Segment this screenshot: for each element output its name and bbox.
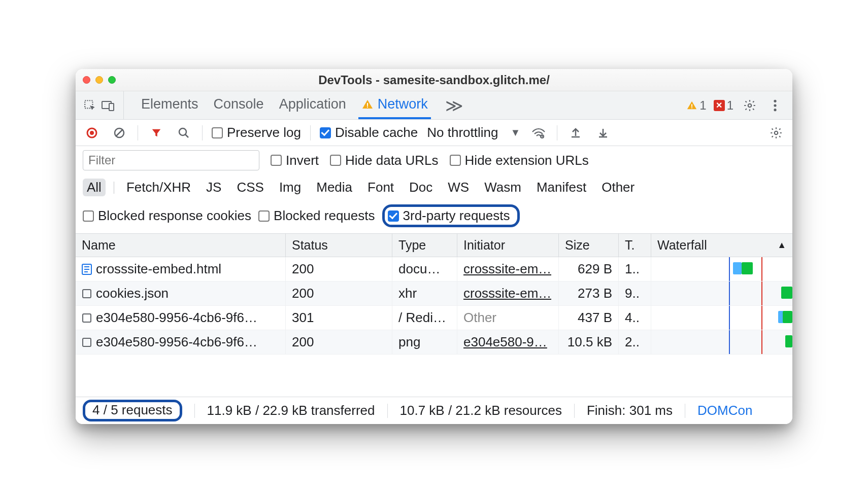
search-icon[interactable] — [175, 124, 193, 142]
cell-waterfall — [651, 306, 792, 330]
divider — [557, 125, 557, 140]
chip-css[interactable]: CSS — [232, 179, 268, 196]
svg-rect-6 — [691, 107, 692, 108]
cell-status: 200 — [286, 281, 392, 305]
resource-icon — [82, 289, 92, 299]
chip-manifest[interactable]: Manifest — [532, 179, 590, 196]
hide-extension-urls-checkbox[interactable]: Hide extension URLs — [450, 153, 589, 168]
chip-media[interactable]: Media — [312, 179, 356, 196]
document-icon — [82, 264, 92, 275]
cell-status: 200 — [286, 257, 392, 281]
chip-all[interactable]: All — [83, 179, 106, 196]
cell-initiator[interactable]: crosssite-em… — [457, 281, 559, 305]
col-time[interactable]: T. — [619, 234, 651, 257]
col-waterfall-label: Waterfall — [657, 238, 707, 253]
svg-rect-24 — [83, 314, 91, 322]
table-row[interactable]: crosssite-embed.html200docu…crosssite-em… — [76, 257, 792, 281]
hide-data-urls-checkbox[interactable]: Hide data URLs — [330, 153, 439, 168]
cell-size: 629 B — [559, 257, 619, 281]
invert-label: Invert — [286, 153, 319, 168]
kebab-menu-icon[interactable] — [766, 96, 784, 115]
filter-input[interactable] — [83, 150, 259, 170]
svg-point-7 — [748, 103, 752, 107]
chip-other[interactable]: Other — [597, 179, 639, 196]
filter-icon[interactable] — [147, 124, 165, 142]
window-controls — [83, 76, 116, 84]
col-status[interactable]: Status — [286, 234, 392, 257]
svg-point-12 — [90, 131, 94, 135]
name-text: e304e580-9956-4cb6-9f6… — [96, 310, 257, 326]
col-waterfall[interactable]: Waterfall ▲ — [651, 234, 792, 257]
minimize-window-button[interactable] — [95, 76, 103, 84]
requests-count-highlight: 4 / 5 requests — [83, 400, 182, 421]
cell-waterfall — [651, 281, 792, 305]
cell-type: / Redi… — [392, 306, 457, 330]
cell-status: 200 — [286, 330, 392, 354]
blocked-cookies-label: Blocked response cookies — [98, 208, 251, 224]
devtools-window: DevTools - samesite-sandbox.glitch.me/ E… — [76, 69, 792, 424]
cell-type: xhr — [392, 281, 457, 305]
cell-name: e304e580-9956-4cb6-9f6… — [76, 330, 286, 354]
svg-point-9 — [774, 104, 776, 107]
issues-error-count[interactable]: ✕ 1 — [714, 98, 733, 113]
third-party-highlight: 3rd-party requests — [382, 204, 520, 227]
checkbox-icon — [212, 127, 223, 138]
network-settings-icon[interactable] — [767, 124, 785, 142]
clear-button[interactable] — [110, 124, 128, 142]
domcontentloaded-link[interactable]: DOMCon — [697, 403, 752, 418]
chip-fetch[interactable]: Fetch/XHR — [122, 179, 195, 196]
network-table: Name Status Type Initiator Size T. Water… — [76, 234, 792, 397]
zoom-window-button[interactable] — [108, 76, 116, 84]
svg-rect-2 — [109, 103, 114, 111]
col-initiator[interactable]: Initiator — [457, 234, 559, 257]
export-har-icon[interactable] — [566, 124, 585, 142]
col-name[interactable]: Name — [76, 234, 286, 257]
settings-icon[interactable] — [741, 96, 759, 115]
issues-warning-count[interactable]: 1 — [686, 98, 706, 113]
cell-status: 301 — [286, 306, 392, 330]
chip-js[interactable]: JS — [202, 179, 225, 196]
table-row[interactable]: e304e580-9956-4cb6-9f6…301/ Redi…Other43… — [76, 306, 792, 330]
tab-network-label: Network — [378, 96, 428, 112]
chip-ws[interactable]: WS — [444, 179, 473, 196]
close-window-button[interactable] — [83, 76, 90, 84]
checkbox-checked-icon — [388, 210, 399, 222]
status-bar: 4 / 5 requests 11.9 kB / 22.9 kB transfe… — [76, 397, 792, 424]
import-har-icon[interactable] — [594, 124, 612, 142]
tab-console[interactable]: Console — [211, 91, 267, 119]
more-tabs-button[interactable]: ≫ — [440, 91, 469, 119]
invert-checkbox[interactable]: Invert — [271, 153, 319, 168]
table-row[interactable]: e304e580-9956-4cb6-9f6…200pnge304e580-9…… — [76, 330, 792, 355]
svg-rect-3 — [367, 103, 368, 106]
disable-cache-checkbox[interactable]: Disable cache — [320, 125, 418, 140]
table-header: Name Status Type Initiator Size T. Water… — [76, 234, 792, 257]
blocked-cookies-checkbox[interactable]: Blocked response cookies — [83, 208, 251, 224]
inspect-element-icon[interactable] — [81, 96, 99, 115]
col-size[interactable]: Size — [559, 234, 619, 257]
table-row[interactable]: cookies.json200xhrcrosssite-em…273 B9.. — [76, 281, 792, 306]
tab-elements[interactable]: Elements — [138, 91, 202, 119]
blocked-requests-checkbox[interactable]: Blocked requests — [258, 208, 375, 224]
chip-img[interactable]: Img — [275, 179, 305, 196]
error-count-value: 1 — [727, 98, 733, 113]
cell-initiator[interactable]: crosssite-em… — [457, 257, 559, 281]
record-button[interactable] — [83, 124, 101, 142]
panel-tabs: Elements Console Application Network ≫ — [129, 91, 469, 119]
svg-line-16 — [185, 134, 188, 137]
tab-network[interactable]: Network — [358, 91, 431, 119]
throttling-select[interactable]: No throttling ▼ — [427, 125, 520, 140]
cell-waterfall — [651, 330, 792, 354]
chip-font[interactable]: Font — [363, 179, 398, 196]
device-toolbar-icon[interactable] — [99, 96, 117, 115]
tab-application[interactable]: Application — [276, 91, 349, 119]
cell-initiator[interactable]: e304e580-9… — [457, 330, 559, 354]
status-separator — [685, 404, 685, 418]
col-type[interactable]: Type — [392, 234, 457, 257]
transferred: 11.9 kB / 22.9 kB transferred — [207, 403, 375, 418]
caret-down-icon: ▼ — [510, 127, 520, 138]
chip-wasm[interactable]: Wasm — [480, 179, 525, 196]
network-conditions-icon[interactable] — [529, 124, 548, 142]
chip-doc[interactable]: Doc — [405, 179, 437, 196]
preserve-log-checkbox[interactable]: Preserve log — [212, 125, 301, 140]
third-party-checkbox[interactable]: 3rd-party requests — [388, 208, 510, 224]
